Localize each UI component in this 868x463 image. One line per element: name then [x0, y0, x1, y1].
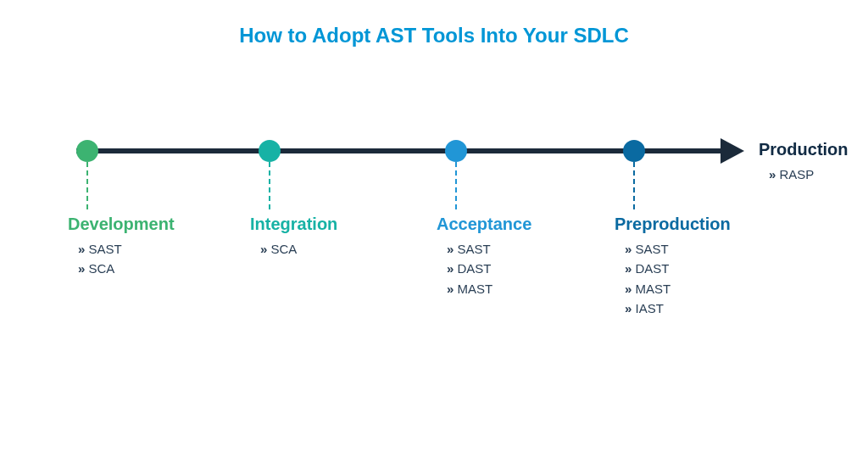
tool-item: SCA: [260, 239, 420, 259]
tool-item: DAST: [447, 259, 606, 278]
stage-label-production: Production: [759, 140, 849, 159]
stage-label: Integration: [250, 215, 420, 234]
tool-item: MAST: [625, 279, 784, 298]
connector-line: [269, 162, 270, 209]
connector-line: [455, 162, 457, 209]
timeline-node-acceptance: [445, 140, 467, 162]
tool-item: SCA: [78, 259, 237, 278]
tool-item: SAST: [625, 239, 784, 259]
arrowhead-icon: [721, 138, 744, 164]
timeline-node-integration: [259, 140, 281, 162]
tool-item: MAST: [447, 279, 606, 298]
stage-preproduction: PreproductionSASTDASTMASTIAST: [615, 215, 784, 318]
connector-line: [86, 162, 88, 209]
diagram-title: How to Adopt AST Tools Into Your SDLC: [0, 0, 868, 47]
tool-item: SAST: [78, 239, 237, 259]
tool-item: DAST: [625, 259, 784, 278]
timeline-node-preproduction: [623, 140, 645, 162]
stage-development: DevelopmentSASTSCA: [68, 215, 237, 279]
connector-line: [633, 162, 635, 209]
tool-item: SAST: [447, 239, 606, 259]
stage-label: Acceptance: [437, 215, 606, 234]
tool-item: RASP: [769, 165, 849, 184]
tool-item: IAST: [625, 298, 784, 318]
stage-integration: IntegrationSCA: [250, 215, 420, 259]
timeline-node-development: [76, 140, 98, 162]
stage-label: Development: [68, 215, 237, 234]
stage-label: Preproduction: [615, 215, 784, 234]
stage-acceptance: AcceptanceSASTDASTMAST: [437, 215, 606, 298]
stage-production: Production RASP: [759, 140, 849, 184]
